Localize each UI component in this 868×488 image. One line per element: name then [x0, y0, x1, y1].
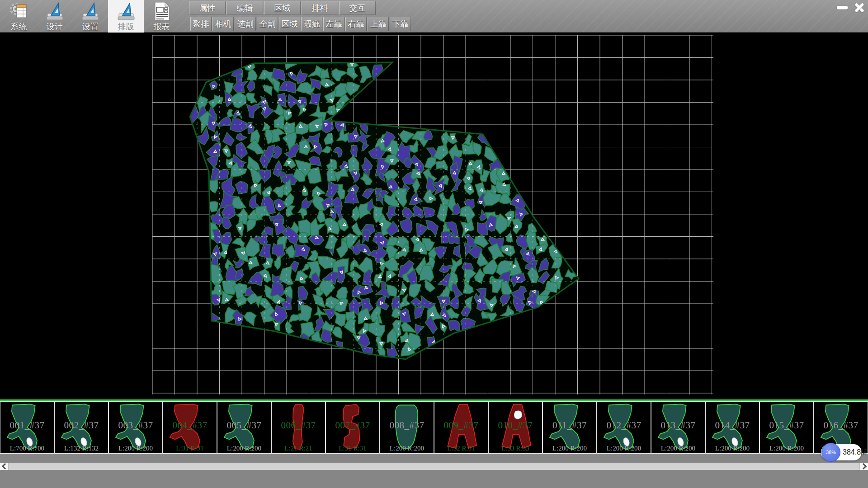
piece-id-label: 010_#37	[489, 420, 542, 431]
thumbnail-cell-001_#37[interactable]: 001_#37L:700 R:700	[0, 401, 54, 454]
piece-lr-label: L:32 R:31	[434, 445, 488, 452]
memory-usage-badge: 38% 384.8M	[821, 444, 862, 460]
tool-button-6[interactable]: 瑕疵	[301, 17, 322, 31]
main-button-label: 设置	[82, 21, 99, 32]
menu-item-5[interactable]: 交互	[339, 1, 376, 15]
piece-lr-label: L:21 R:21	[272, 445, 325, 452]
piece-id-label: 015_#37	[760, 420, 813, 431]
tool-button-4[interactable]: 全割	[257, 17, 278, 31]
thumbnail-cell-010_#37[interactable]: 010_#37L:33 R:33	[488, 401, 542, 454]
piece-id-label: 012_#37	[597, 420, 651, 431]
piece-lr-label: L:200 R:200	[760, 445, 813, 452]
menu-item-3[interactable]: 区域	[264, 1, 301, 15]
piece-lr-label: L:200 R:200	[380, 445, 434, 452]
main-button-2[interactable]: 设计	[37, 0, 72, 33]
piece-lr-label: L:31 R:31	[326, 445, 379, 452]
horizontal-scrollbar[interactable]	[0, 463, 868, 470]
piece-id-label: 014_#37	[706, 420, 759, 431]
app-window: 系统设计设置排版报表 属性编辑区域排料交互 聚排相机选割全割区域瑕疵左靠右靠上靠…	[0, 0, 868, 488]
tool-button-10[interactable]: 下靠	[390, 17, 411, 31]
main-button-1[interactable]: 系统	[1, 0, 37, 33]
main-button-3[interactable]: 设置	[72, 0, 108, 33]
tool-button-7[interactable]: 左靠	[323, 17, 344, 31]
piece-id-label: 002_#37	[55, 420, 108, 431]
piece-lr-label: L:200 R:200	[543, 445, 596, 452]
memory-percent-badge: 38%	[821, 443, 840, 462]
memory-percent: 38%	[826, 450, 836, 455]
system-icon	[9, 1, 28, 21]
thumbnail-cell-006_#37[interactable]: 006_#37L:21 R:21	[271, 401, 326, 454]
memory-size: 384.8M	[843, 444, 867, 460]
scroll-right-button[interactable]	[859, 463, 868, 470]
main-button-label: 排版	[118, 21, 134, 32]
tool-button-1[interactable]: 聚排	[190, 17, 212, 31]
chevron-right-icon	[860, 463, 866, 469]
piece-id-label: 007_#37	[326, 420, 379, 431]
tool-button-2[interactable]: 相机	[212, 17, 234, 31]
piece-lr-label: L:200 R:200	[597, 445, 651, 452]
piece-id-label: 009_#37	[434, 420, 488, 431]
report-icon	[152, 1, 171, 21]
scroll-left-button[interactable]	[0, 463, 9, 470]
main-button-label: 设计	[47, 21, 63, 32]
piece-thumbnail-strip: 001_#37L:700 R:700002_#37L:132 R:132003_…	[0, 399, 868, 454]
tool-button-5[interactable]: 区域	[279, 17, 300, 31]
main-button-4[interactable]: 排版	[108, 0, 144, 33]
thumbnail-cell-002_#37[interactable]: 002_#37L:132 R:132	[54, 401, 108, 454]
main-toolbar: 系统设计设置排版报表 属性编辑区域排料交互 聚排相机选割全割区域瑕疵左靠右靠上靠…	[0, 0, 868, 33]
piece-id-label: 011_#37	[543, 420, 596, 431]
thumbnail-cell-008_#37[interactable]: 008_#37L:200 R:200	[380, 401, 434, 454]
piece-lr-label: L:200 R:200	[706, 445, 759, 452]
piece-lr-label: L:700 R:700	[0, 445, 54, 452]
tool-button-3[interactable]: 选割	[235, 17, 256, 31]
design-icon	[81, 1, 100, 21]
piece-id-label: 016_#37	[814, 420, 868, 431]
piece-lr-label: L:200 R:200	[217, 445, 271, 452]
piece-id-label: 003_#37	[109, 420, 162, 431]
thumbnail-cell-015_#37[interactable]: 015_#37L:200 R:200	[760, 401, 814, 454]
menu-item-4[interactable]: 排料	[302, 1, 338, 15]
design-icon	[45, 1, 64, 21]
piece-id-label: 006_#37	[272, 420, 325, 431]
status-strip	[0, 470, 868, 488]
piece-id-label: 008_#37	[380, 420, 434, 431]
piece-lr-label: L:132 R:132	[55, 445, 108, 452]
design-icon	[117, 1, 136, 21]
tool-button-8[interactable]: 右靠	[345, 17, 367, 31]
main-button-label: 系统	[11, 21, 27, 32]
close-button[interactable]	[851, 1, 867, 14]
thumbnail-cell-003_#37[interactable]: 003_#37L:200 R:200	[108, 401, 163, 454]
minimize-button[interactable]	[834, 1, 850, 14]
piece-id-label: 004_#37	[163, 420, 217, 431]
main-button-label: 报表	[154, 21, 170, 32]
close-icon	[854, 2, 865, 13]
piece-lr-label: L:200 R:200	[109, 445, 162, 452]
thumbnail-cell-013_#37[interactable]: 013_#37L:200 R:200	[651, 401, 705, 454]
main-button-5[interactable]: 报表	[144, 0, 179, 33]
piece-id-label: 001_#37	[0, 420, 54, 431]
piece-id-label: 013_#37	[651, 420, 705, 431]
menu-item-2[interactable]: 编辑	[226, 1, 263, 15]
chevron-left-icon	[1, 463, 8, 469]
tool-button-9[interactable]: 上靠	[368, 17, 389, 31]
thumbnail-cell-004_#37[interactable]: 004_#37L:31 R:31	[163, 401, 217, 454]
thumbnail-cell-005_#37[interactable]: 005_#37L:200 R:200	[217, 401, 271, 454]
thumbnail-cells: 001_#37L:700 R:700002_#37L:132 R:132003_…	[0, 401, 868, 454]
thumbnail-cell-014_#37[interactable]: 014_#37L:200 R:200	[705, 401, 760, 454]
piece-id-label: 005_#37	[217, 420, 271, 431]
nesting-canvas[interactable]	[0, 33, 868, 399]
thumbnail-cell-011_#37[interactable]: 011_#37L:200 R:200	[542, 401, 597, 454]
minimize-icon	[837, 6, 848, 9]
piece-lr-label: L:33 R:33	[489, 445, 542, 452]
piece-lr-label: L:200 R:200	[651, 445, 705, 452]
thumbnail-cell-007_#37[interactable]: 007_#37L:31 R:31	[326, 401, 380, 454]
thumbnail-cell-012_#37[interactable]: 012_#37L:200 R:200	[597, 401, 651, 454]
menu-item-1[interactable]: 属性	[189, 1, 226, 15]
piece-lr-label: L:31 R:31	[163, 445, 217, 452]
thumbnail-cell-009_#37[interactable]: 009_#37L:32 R:31	[434, 401, 488, 454]
